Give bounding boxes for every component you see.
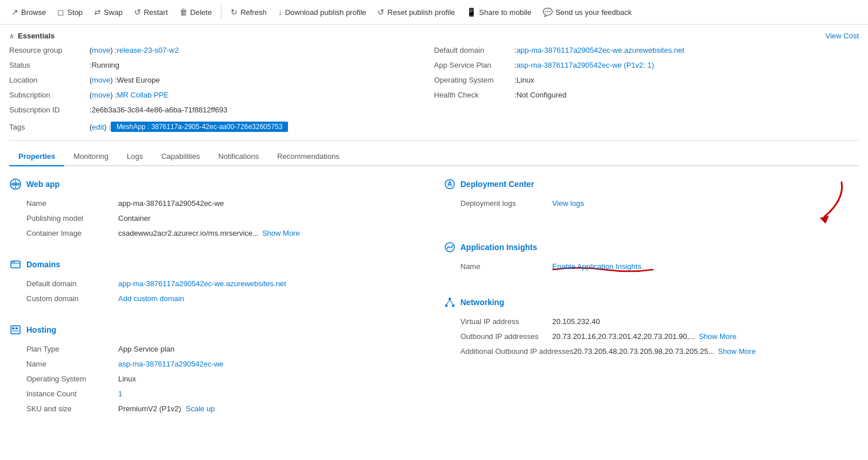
plan-type-value: App Service plan [118, 345, 174, 353]
insights-section-header: Application Insights [443, 241, 859, 254]
share-mobile-button[interactable]: 📱 Share to mobile [462, 5, 536, 20]
scale-up-link[interactable]: Scale up [186, 404, 215, 413]
plan-type-label: Plan Type [26, 345, 118, 353]
outbound-ip-value: 20.73.201.16,20.73.201.42,20.73.201.90,.… [552, 332, 695, 341]
outbound-ip-show-more[interactable]: Show More [699, 332, 737, 341]
resource-group-label: Resource group [9, 46, 89, 54]
restart-button[interactable]: ↺ Restart [130, 5, 173, 20]
instance-count-label: Instance Count [26, 389, 118, 398]
status-value: Running [92, 61, 119, 69]
svg-line-17 [450, 300, 453, 305]
default-domain-label: Default domain [434, 46, 515, 54]
domains-default-value[interactable]: app-ma-3876117a290542ec-we.azurewebsites… [118, 279, 286, 288]
virtual-ip-row: Virtual IP address 20.105.232.40 [443, 314, 859, 329]
tab-properties[interactable]: Properties [9, 147, 64, 166]
delete-button[interactable]: 🗑 Delete [175, 5, 217, 20]
domains-default-label: Default domain [26, 279, 118, 288]
web-app-name-value: app-ma-3876117a290542ec-we [118, 199, 224, 208]
subscription-separator: (move) : [89, 91, 117, 99]
tab-monitoring[interactable]: Monitoring [64, 147, 118, 166]
resource-group-separator: (move) : [89, 46, 117, 54]
additional-outbound-value: 20.73.205.48,20.73.205.98,20.73.205.25..… [574, 347, 715, 356]
status-label: Status [9, 61, 89, 69]
additional-outbound-show-more[interactable]: Show More [718, 347, 756, 356]
subscription-move-link[interactable]: move [92, 91, 110, 99]
svg-marker-11 [820, 216, 829, 224]
hosting-divider [9, 312, 425, 318]
subscription-value[interactable]: MR Collab PPE [117, 91, 169, 99]
tab-recommendations[interactable]: Recommendations [268, 147, 348, 166]
location-separator: (move) : [89, 76, 117, 84]
domains-section-header: Domains [9, 258, 425, 271]
outbound-ip-label: Outbound IP addresses [461, 332, 552, 341]
tags-edit-link[interactable]: edit [92, 123, 104, 131]
properties-left: Web app Name app-ma-3876117a290542ec-we … [9, 176, 425, 416]
additional-outbound-label: Additional Outbound IP addresses [461, 347, 574, 356]
feedback-button[interactable]: 💬 Send us your feedback [538, 5, 636, 20]
enable-insights-link[interactable]: Enable Application Insights [552, 262, 641, 271]
properties-right: Deployment Center Deployment logs View l… [443, 176, 859, 416]
tab-logs[interactable]: Logs [118, 147, 152, 166]
publishing-model-label: Publishing model [26, 214, 118, 223]
container-image-show-more[interactable]: Show More [262, 229, 300, 237]
default-domain-value[interactable]: app-ma-3876117a290542ec-we.azurewebsites… [516, 46, 684, 54]
browse-button[interactable]: ↗ Browse [7, 5, 50, 20]
download-icon: ↓ [278, 7, 282, 17]
feedback-icon: 💬 [543, 7, 552, 17]
location-value: West Europe [117, 76, 160, 84]
health-check-label: Health Check [434, 91, 515, 99]
essentials-grid: Resource group (move) : release-23-s07-w… [9, 46, 859, 141]
essentials-title: Essentials [18, 32, 55, 40]
stop-button[interactable]: ◻ Stop [53, 5, 87, 20]
swap-button[interactable]: ⇄ Swap [89, 5, 127, 20]
tags-separator: (edit) : [89, 123, 111, 131]
resource-group-value[interactable]: release-23-s07-w2 [117, 46, 179, 54]
publishing-model-row: Publishing model Container [9, 211, 425, 226]
download-publish-button[interactable]: ↓ Download publish profile [274, 5, 371, 20]
domains-custom-label: Custom domain [26, 294, 118, 303]
deployment-section-header: Deployment Center [443, 178, 859, 190]
essentials-header: ∧ Essentials View Cost [9, 32, 859, 40]
container-image-label: Container Image [26, 229, 118, 237]
additional-outbound-row: Additional Outbound IP addresses 20.73.2… [443, 344, 859, 359]
virtual-ip-value: 20.105.232.40 [552, 317, 600, 326]
hosting-os-value: Linux [118, 375, 136, 383]
svg-line-16 [446, 300, 450, 305]
domains-custom-value[interactable]: Add custom domain [118, 294, 184, 303]
tab-notifications[interactable]: Notifications [209, 147, 268, 166]
tab-capabilities[interactable]: Capabilities [152, 147, 209, 166]
networking-section-header: Networking [443, 296, 859, 309]
view-cost-link[interactable]: View Cost [826, 32, 859, 40]
web-app-name-label: Name [26, 199, 118, 208]
resource-group-move-link[interactable]: move [92, 46, 110, 54]
app-service-plan-row: App Service Plan : asp-ma-3876117a290542… [434, 61, 859, 73]
location-move-link[interactable]: move [92, 76, 110, 84]
properties-grid: Web app Name app-ma-3876117a290542ec-we … [9, 176, 859, 416]
essentials-toggle[interactable]: ∧ [9, 32, 14, 40]
refresh-button[interactable]: ↻ Refresh [226, 5, 271, 20]
view-logs-link[interactable]: View logs [552, 199, 584, 208]
browse-icon: ↗ [11, 7, 18, 17]
operating-system-value: Linux [516, 76, 534, 84]
insights-divider [443, 232, 859, 235]
svg-rect-8 [15, 328, 18, 329]
deployment-logs-label: Deployment logs [461, 199, 552, 208]
svg-rect-7 [12, 328, 14, 329]
svg-rect-13 [449, 298, 451, 300]
reset-publish-button[interactable]: ↺ Reset publish profile [373, 5, 460, 20]
networking-divider [443, 280, 859, 290]
swap-icon: ⇄ [94, 7, 101, 17]
delete-icon: 🗑 [180, 7, 188, 17]
health-check-value: Not Configured [516, 91, 566, 99]
resource-group-row: Resource group (move) : release-23-s07-w… [9, 46, 434, 59]
share-icon: 📱 [466, 7, 476, 17]
instance-count-value[interactable]: 1 [118, 389, 122, 398]
container-image-row: Container Image csadewwu2acr2.azurecr.io… [9, 226, 425, 241]
insights-icon [443, 241, 456, 254]
app-service-plan-value[interactable]: asp-ma-3876117a290542ec-we (P1v2: 1) [516, 61, 654, 69]
instance-count-row: Instance Count 1 [9, 387, 425, 401]
toolbar: ↗ Browse ◻ Stop ⇄ Swap ↺ Restart 🗑 Delet… [0, 0, 868, 25]
insights-name-label: Name [461, 262, 552, 271]
hosting-name-value[interactable]: asp-ma-3876117a290542ec-we [118, 360, 224, 368]
tabs: Properties Monitoring Logs Capabilities … [9, 147, 859, 166]
